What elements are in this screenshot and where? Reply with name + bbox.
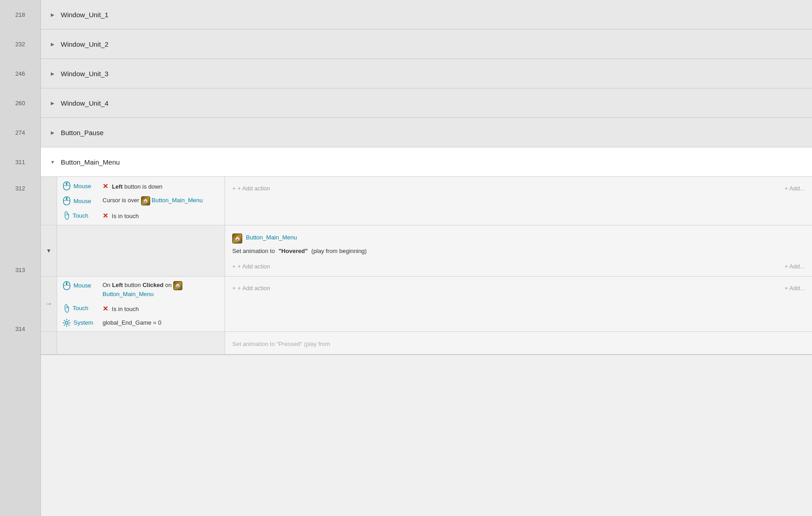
- cond-bold-clicked-314: Clicked: [142, 282, 163, 288]
- content-area[interactable]: ▶ Window_Unit_1 ▶ Window_Unit_2 ▶ Window…: [41, 0, 812, 516]
- window-unit-2-row[interactable]: ▶ Window_Unit_2: [41, 29, 812, 59]
- line-numbers-sidebar: 218 232 246 260 274 311 312 313 314: [0, 0, 41, 516]
- add-action-label-314[interactable]: + + Add action: [232, 283, 270, 293]
- button-main-menu-label: Button_Main_Menu: [61, 150, 120, 174]
- actions-col-312: + + Add action + Add...: [225, 177, 812, 225]
- x-mark-icon-314: ✕: [103, 305, 108, 312]
- action-set-animation-hovered: 🏠 Button_Main_Menu: [232, 234, 805, 243]
- plus-icon-313: +: [232, 263, 236, 270]
- touch-svg-314: [63, 304, 70, 313]
- event-314-inner: Mouse On Left button Clicked on 🏠 Button…: [57, 277, 812, 332]
- action-target-link-313[interactable]: Button_Main_Menu: [246, 234, 297, 242]
- condition-text-clicked-314: On Left button Clicked on 🏠 Button_Main_…: [103, 281, 219, 298]
- condition-bold-left: Left: [112, 183, 123, 190]
- action-hovered-value: "Hovered": [279, 247, 308, 255]
- window-unit-1-row[interactable]: ▶ Window_Unit_1: [41, 0, 812, 29]
- line-num-274: 274: [0, 118, 40, 147]
- event-312-wrapper: Mouse ✕ Left button is down: [41, 177, 812, 225]
- event-314-wrapper: →: [41, 277, 812, 332]
- button-pause-row[interactable]: ▶ Button_Pause: [41, 118, 812, 147]
- cursor-over-link[interactable]: Button_Main_Menu: [152, 197, 203, 204]
- action-desc-313: Set animation to "Hovered" (play from be…: [232, 247, 805, 255]
- button-main-menu-icon-1: 🏠: [141, 196, 150, 205]
- condition-text-cursorover: Cursor is over 🏠 Button_Main_Menu: [103, 196, 219, 205]
- touch-label-314: Touch: [73, 305, 88, 312]
- window-unit-1-label: Window_Unit_1: [61, 3, 108, 27]
- event-312-indicator: [41, 177, 57, 225]
- add-action-label-312[interactable]: + + Add action: [232, 183, 270, 194]
- condition-text-isintouch-312: ✕ Is in touch: [103, 211, 219, 220]
- add-right-312[interactable]: + Add...: [785, 185, 805, 192]
- line-num-246: 246: [0, 59, 40, 88]
- line-num-313: 313: [0, 258, 40, 317]
- x-mark-icon-touch: ✕: [103, 212, 108, 219]
- add-right-314[interactable]: + Add...: [785, 285, 805, 292]
- chevron-right-icon: ▶: [48, 10, 57, 19]
- main-container: 218 232 246 260 274 311 312 313 314 ▶ Wi…: [0, 0, 812, 516]
- mouse-icon-label: Mouse: [63, 181, 99, 190]
- plus-icon-312: +: [232, 185, 236, 192]
- event-313-indicator: ▼: [41, 225, 57, 276]
- add-action-label-313[interactable]: + + Add action: [232, 261, 270, 272]
- line-num-218: 218: [0, 0, 40, 29]
- cond-bold-left-314: Left: [112, 282, 123, 288]
- window-unit-4-row[interactable]: ▶ Window_Unit_4: [41, 88, 812, 118]
- conditions-col-313: [57, 225, 225, 276]
- gear-svg-314: [63, 319, 71, 327]
- chevron-right-icon: ▶: [48, 39, 57, 49]
- event-315-indicator: [41, 332, 57, 354]
- svg-point-14: [65, 321, 68, 324]
- button-main-menu-icon-313: 🏠: [232, 234, 242, 243]
- add-right-313[interactable]: + Add...: [785, 263, 805, 270]
- mouse-icon-label-314: Mouse: [63, 281, 99, 290]
- button-main-menu-section: ▼ Button_Main_Menu: [41, 147, 812, 355]
- svg-point-12: [66, 282, 68, 284]
- mouse-svg: [63, 181, 71, 190]
- touch-icon-label-312: Touch: [63, 211, 99, 220]
- line-num-260: 260: [0, 88, 40, 118]
- condition-mouse-clicked-314: Mouse On Left button Clicked on 🏠 Button…: [63, 281, 219, 298]
- actions-col-315: Set animation to "Pressed" (play from: [225, 332, 812, 354]
- event-313-wrapper: ▼ 🏠 Button_Main_Menu Set animation to "H…: [41, 225, 812, 276]
- line-num-314: 314: [0, 317, 40, 417]
- chevron-right-icon: ▶: [48, 98, 57, 107]
- svg-point-7: [66, 198, 68, 200]
- condition-touch-isintouch-312: Touch ✕ Is in touch: [63, 211, 219, 220]
- mouse-label-2: Mouse: [73, 198, 91, 204]
- button-main-menu-header[interactable]: ▼ Button_Main_Menu: [41, 147, 812, 177]
- add-action-312[interactable]: + + Add action + Add...: [232, 183, 805, 194]
- window-unit-3-label: Window_Unit_3: [61, 62, 108, 86]
- conditions-col-312: Mouse ✕ Left button is down: [57, 177, 225, 225]
- condition-mouse-leftdown: Mouse ✕ Left button is down: [63, 181, 219, 191]
- actions-col-314: + + Add action + Add...: [225, 277, 812, 332]
- condition-touch-314: Touch ✕ Is in touch: [63, 304, 219, 313]
- action-partial-315: Set animation to "Pressed" (play from: [232, 340, 805, 348]
- conditions-col-315: [57, 332, 225, 354]
- touch-label-312: Touch: [73, 212, 88, 219]
- plus-icon-314: +: [232, 285, 236, 292]
- condition-link-314[interactable]: Button_Main_Menu: [103, 291, 154, 297]
- mouse-svg-2: [63, 196, 71, 205]
- chevron-right-icon: ▶: [48, 128, 57, 137]
- condition-mouse-cursorover: Mouse Cursor is over 🏠 Button_Main_Menu: [63, 196, 219, 205]
- condition-text-system-314: global_End_Game = 0: [103, 319, 219, 327]
- button-main-menu-icon-314: 🏠: [173, 281, 182, 290]
- system-label-314: System: [73, 319, 93, 326]
- add-action-314-row: + + Add action + Add...: [232, 283, 805, 293]
- system-icon-314: System: [63, 319, 99, 327]
- mouse-label-314: Mouse: [73, 282, 91, 289]
- touch-svg-312: [63, 211, 70, 220]
- window-unit-4-label: Window_Unit_4: [61, 91, 108, 115]
- event-313-inner: 🏠 Button_Main_Menu Set animation to "Hov…: [57, 225, 812, 276]
- x-mark-icon-1: ✕: [103, 182, 108, 190]
- line-num-312: 312: [0, 177, 40, 258]
- mouse-svg-314: [63, 281, 71, 290]
- touch-icon-314: Touch: [63, 304, 99, 313]
- window-unit-2-label: Window_Unit_2: [61, 32, 108, 56]
- add-action-313-row: + + Add action + Add...: [232, 261, 805, 272]
- actions-col-313: 🏠 Button_Main_Menu Set animation to "Hov…: [225, 225, 812, 276]
- chevron-down-icon: ▼: [48, 157, 57, 166]
- condition-system-314: System global_End_Game = 0: [63, 319, 219, 327]
- line-num-232: 232: [0, 29, 40, 59]
- window-unit-3-row[interactable]: ▶ Window_Unit_3: [41, 59, 812, 88]
